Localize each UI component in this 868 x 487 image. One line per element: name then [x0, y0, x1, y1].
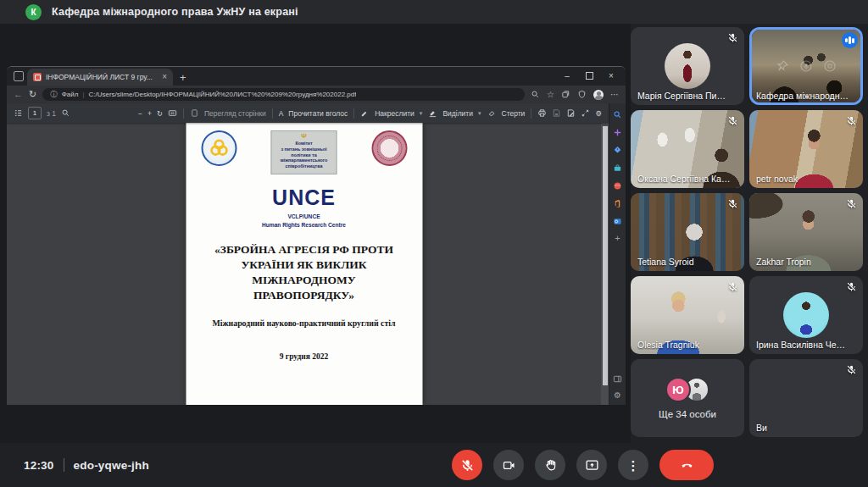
more-vert-icon: ⋮	[627, 459, 640, 472]
window-maximize-button[interactable]	[578, 67, 600, 84]
present-icon	[585, 458, 599, 473]
participant-tile[interactable]: Tetiana Syroid	[631, 193, 744, 271]
file-info-icon: ⓘ	[50, 90, 58, 100]
page-view-button[interactable]: Перегляд сторінки	[190, 108, 266, 118]
participant-name: Марія Сергіївна Пили...	[637, 91, 731, 101]
mic-off-icon	[727, 32, 738, 43]
tab-close-icon[interactable]: ×	[162, 73, 167, 81]
zoom-page-icon[interactable]	[531, 90, 540, 99]
participant-name: Olesia Tragniuk	[637, 340, 699, 350]
participant-name: Оксана Сергіївна Кас...	[637, 174, 731, 184]
search-document-icon[interactable]	[61, 108, 70, 118]
collections-icon[interactable]	[561, 90, 570, 99]
window-close-button[interactable]: ×	[600, 67, 622, 84]
pdf-page: Ψ Комітет з питань зовнішньої політики т…	[186, 123, 422, 405]
participant-tile[interactable]: Ю Ще 34 особи	[631, 359, 744, 437]
participant-tile[interactable]: petr novak	[749, 110, 863, 188]
erase-button[interactable]: Стерти	[487, 108, 526, 118]
search-icon[interactable]	[613, 109, 623, 119]
overflow-count-label: Ще 34 особи	[659, 409, 716, 419]
overflow-participants: Ю Ще 34 особи	[631, 359, 744, 437]
mic-off-icon	[727, 281, 738, 292]
shopping-icon[interactable]	[613, 145, 623, 155]
browser-tab-pdf[interactable]: ІНФОРМАЦІЙНИЙ ЛИСТ 9 гру... ×	[27, 69, 173, 86]
chevron-down-icon: ▾	[420, 110, 423, 117]
pin-icon	[776, 59, 789, 73]
highlighter-icon	[428, 108, 437, 118]
url-scheme-label: Файл	[62, 91, 79, 98]
sidebar-panel-icon[interactable]	[613, 374, 623, 384]
add-sidebar-item-icon[interactable]: +	[615, 234, 620, 243]
page-number-field[interactable]: 1	[28, 107, 42, 119]
participant-tile[interactable]: Кафедра міжнародно...	[749, 27, 863, 105]
discover-icon[interactable]	[613, 127, 623, 137]
read-aloud-button[interactable]: A Прочитати вголос	[279, 109, 348, 118]
end-call-button[interactable]	[659, 450, 714, 480]
fit-width-icon[interactable]	[168, 108, 177, 118]
browser-tab-strip: ІНФОРМАЦІЙНИЙ ЛИСТ 9 гру... × + – ×	[7, 67, 626, 86]
outlook-icon[interactable]	[613, 216, 623, 226]
sidebar-settings-gear-icon[interactable]: ⚙	[614, 391, 621, 400]
pdf-settings-gear-icon[interactable]: ⚙	[595, 109, 602, 118]
participant-tile[interactable]: Ірина Василівна Черн...	[749, 276, 863, 354]
mic-off-icon	[846, 364, 857, 375]
participant-name: Ірина Василівна Черн...	[756, 340, 849, 350]
mic-icon	[799, 59, 813, 73]
browser-address-bar: ← ↻ ⓘ Файл | C:/Users/slime/Desktop/ІНФО…	[7, 86, 626, 103]
zoom-in-icon[interactable]: +	[147, 109, 152, 118]
tab-actions-icon[interactable]	[10, 69, 27, 84]
university-logo	[201, 130, 236, 166]
document-title: «ЗБРОЙНА АГРЕСІЯ РФ ПРОТИ УКРАЇНИ ЯК ВИК…	[198, 242, 410, 304]
games-icon[interactable]	[613, 180, 623, 191]
refresh-icon[interactable]: ↻	[29, 90, 36, 99]
new-tab-button[interactable]: +	[180, 72, 186, 83]
end-call-icon	[680, 458, 694, 473]
browser-menu-icon[interactable]: ⋯	[610, 91, 619, 99]
university-seal-logo	[371, 130, 407, 166]
participant-tile[interactable]: Оксана Сергіївна Кас...	[631, 110, 744, 188]
org-name: UNCE	[198, 185, 410, 210]
camera-toggle-button[interactable]	[493, 450, 524, 480]
url-field[interactable]: ⓘ Файл | C:/Users/slime/Desktop/ІНФОРМАЦ…	[42, 88, 525, 101]
print-icon[interactable]	[537, 108, 547, 118]
participant-name: Ви	[756, 423, 767, 433]
save-icon[interactable]	[552, 108, 561, 118]
meet-control-bar: 12:30 edo-yqwe-jhh ⋮	[0, 443, 868, 487]
participant-name: petr novak	[756, 174, 798, 184]
participants-grid: Марія Сергіївна Пили... Кафедра міжнарод…	[631, 27, 863, 437]
office-365-icon[interactable]	[613, 198, 623, 208]
toc-icon[interactable]	[14, 108, 23, 118]
presenter-avatar: К	[25, 4, 42, 20]
org-subtitle: VCLP/UNCE Human Rights Research Centre	[198, 213, 410, 230]
participant-name: Кафедра міжнародно...	[756, 91, 849, 101]
participant-tile[interactable]: Zakhar Tropin	[749, 193, 863, 271]
present-screen-button[interactable]	[576, 450, 607, 480]
back-icon[interactable]: ←	[14, 90, 23, 99]
rotate-icon[interactable]: ↻	[157, 109, 163, 118]
participant-tile[interactable]: Марія Сергіївна Пили...	[631, 27, 744, 105]
zoom-out-icon[interactable]: −	[138, 109, 142, 118]
shared-browser-window: ІНФОРМАЦІЙНИЙ ЛИСТ 9 гру... × + – × ← ↻ …	[7, 66, 626, 405]
highlight-button[interactable]: Виділити ▾	[428, 108, 481, 118]
raise-hand-button[interactable]	[535, 450, 565, 480]
tools-icon[interactable]	[613, 163, 623, 173]
browser-profile-avatar[interactable]	[593, 90, 604, 100]
more-options-button[interactable]: ⋮	[618, 450, 648, 480]
browser-essentials-icon[interactable]	[577, 90, 587, 99]
save-as-icon[interactable]	[566, 108, 576, 118]
participant-tile[interactable]: Olesia Tragniuk	[631, 276, 744, 354]
fullscreen-icon[interactable]	[581, 108, 590, 118]
pdf-scrollbar[interactable]	[601, 123, 609, 405]
url-divider: |	[82, 91, 84, 98]
window-minimize-button[interactable]: –	[556, 67, 578, 84]
mic-off-icon	[846, 198, 857, 209]
scrollbar-thumb[interactable]	[603, 126, 608, 385]
eraser-icon	[487, 108, 497, 118]
document-date: 9 грудня 2022	[198, 352, 410, 361]
draw-button[interactable]: Накреслити ▾	[360, 108, 422, 118]
mic-off-icon	[727, 115, 738, 126]
mic-toggle-button[interactable]	[452, 450, 482, 480]
add-favorite-icon[interactable]: ☆	[547, 91, 554, 99]
participant-tile[interactable]: Ви	[749, 359, 863, 437]
pdf-viewport[interactable]: Ψ Комітет з питань зовнішньої політики т…	[7, 123, 601, 405]
